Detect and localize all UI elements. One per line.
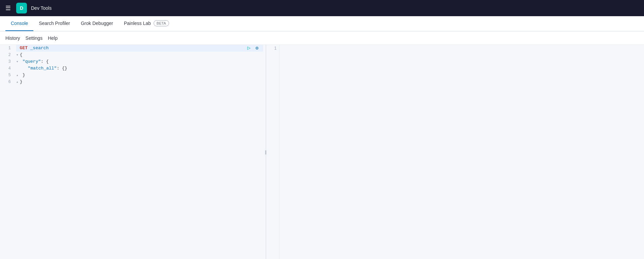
code-colon-4: : {} <box>57 65 67 72</box>
code-method: GET <box>20 45 28 52</box>
line-5-marker: ▴ <box>16 72 19 79</box>
right-line-numbers: 1 <box>266 45 280 259</box>
code-colon-3: : { <box>41 58 49 65</box>
hamburger-icon[interactable]: ☰ <box>4 3 12 13</box>
line-num-4: 4 <box>3 65 11 72</box>
tab-grok-debugger-label: Grok Debugger <box>81 21 113 26</box>
line-4-marker <box>16 65 19 72</box>
app-logo: D <box>16 3 27 13</box>
panel-divider[interactable]: ‖ <box>264 145 267 159</box>
line-num-1: 1 <box>3 45 11 52</box>
right-panel: 1 <box>266 45 644 259</box>
code-line-6: ▴ } <box>16 79 263 85</box>
nav-tabs: Console Search Profiler Grok Debugger Pa… <box>0 16 644 31</box>
tab-painless-lab[interactable]: Painless Lab BETA <box>119 16 174 31</box>
line-num-3: 3 <box>3 58 11 65</box>
code-editor[interactable]: 1 2 3 4 5 6 GET _search ▷ ⚙ <box>0 45 266 259</box>
tab-painless-lab-label: Painless Lab <box>124 21 151 26</box>
code-line-4: "match_all" : {} <box>16 65 263 72</box>
line-num-5: 5 <box>3 72 11 79</box>
line-num-2: 2 <box>3 52 11 58</box>
code-key-match-all: "match_all" <box>28 65 57 72</box>
right-line-num-1: 1 <box>269 45 277 52</box>
code-url: _search <box>28 45 49 52</box>
tab-search-profiler-label: Search Profiler <box>39 21 70 26</box>
code-line-3: ▾ "query" : { <box>16 58 263 65</box>
settings-button[interactable]: Settings <box>26 35 43 41</box>
line-2-marker: ▾ <box>16 52 19 58</box>
line-num-6: 6 <box>3 79 11 85</box>
history-button[interactable]: History <box>5 35 20 41</box>
code-line-5: ▴ } <box>16 72 263 79</box>
tab-console-label: Console <box>11 21 28 26</box>
code-key-query: "query" <box>23 58 41 65</box>
line-6-marker: ▴ <box>16 79 19 85</box>
app-title: Dev Tools <box>31 5 52 11</box>
tab-search-profiler[interactable]: Search Profiler <box>33 16 75 31</box>
tab-console[interactable]: Console <box>5 16 33 31</box>
code-brace-close: } <box>20 79 23 85</box>
line-1-actions: ▷ ⚙ <box>246 45 260 52</box>
line-3-marker: ▾ <box>16 58 19 65</box>
beta-badge: BETA <box>154 20 169 26</box>
code-line-1: GET _search ▷ ⚙ <box>16 45 263 52</box>
editor-container: 1 2 3 4 5 6 GET _search ▷ ⚙ <box>0 45 644 259</box>
code-line-2: ▾ { <box>16 52 263 58</box>
left-panel: 1 2 3 4 5 6 GET _search ▷ ⚙ <box>0 45 266 259</box>
code-brace-query-close: } <box>23 72 25 79</box>
right-content <box>280 45 644 259</box>
help-button[interactable]: Help <box>48 35 58 41</box>
top-bar: ☰ D Dev Tools <box>0 0 644 16</box>
sub-toolbar: History Settings Help <box>0 31 644 45</box>
tab-grok-debugger[interactable]: Grok Debugger <box>75 16 119 31</box>
line-numbers: 1 2 3 4 5 6 <box>0 45 13 259</box>
line-1-marker <box>16 45 19 52</box>
code-brace-open: { <box>20 52 23 58</box>
code-lines[interactable]: GET _search ▷ ⚙ ▾ { ▾ "query" <box>13 45 266 259</box>
copy-as-curl-icon[interactable]: ⚙ <box>254 45 260 52</box>
run-icon[interactable]: ▷ <box>246 45 252 52</box>
